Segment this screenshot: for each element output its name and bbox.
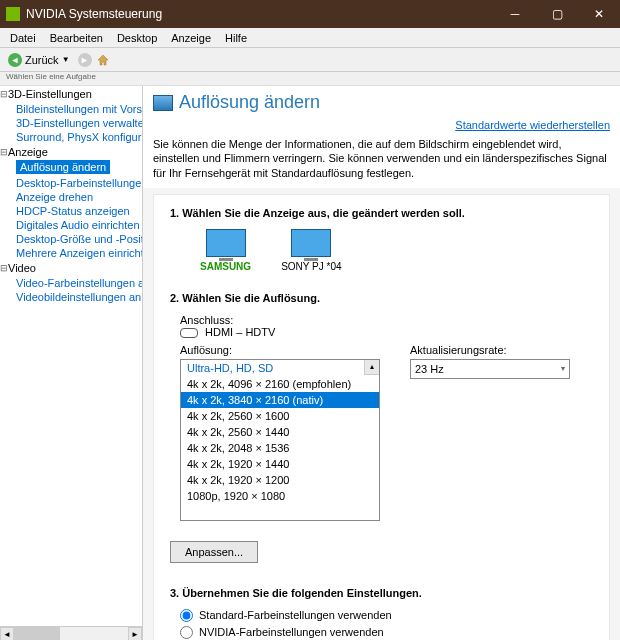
menu-file[interactable]: Datei: [4, 30, 42, 46]
resolution-option[interactable]: 4k x 2k, 1920 × 1440: [181, 456, 379, 472]
hdmi-icon: [180, 328, 198, 338]
resolution-option[interactable]: 4k x 2k, 4096 × 2160 (empfohlen): [181, 376, 379, 392]
nvidia-logo-icon: [6, 7, 20, 21]
restore-defaults-link[interactable]: Standardwerte wiederherstellen: [143, 117, 620, 133]
refresh-rate-value: 23 Hz: [415, 363, 444, 375]
resolution-option[interactable]: 4k x 2k, 2560 × 1600: [181, 408, 379, 424]
back-arrow-icon: ◄: [8, 53, 22, 67]
customize-button[interactable]: Anpassen...: [170, 541, 258, 563]
content-area: Auflösung ändern Standardwerte wiederher…: [143, 86, 620, 640]
tree-item[interactable]: Video-Farbeinstellungen anpassen: [0, 276, 142, 290]
refresh-rate-dropdown[interactable]: 23 Hz ▾: [410, 359, 570, 379]
menu-bar: Datei Bearbeiten Desktop Anzeige Hilfe: [0, 28, 620, 48]
tree-item[interactable]: Desktop-Farbeinstellungen anpassen: [0, 176, 142, 190]
resolution-option[interactable]: 1080p, 1920 × 1080: [181, 488, 379, 504]
radio-label: Standard-Farbeinstellungen verwenden: [199, 609, 392, 621]
tree-item[interactable]: Desktop-Größe und -Position anpassen: [0, 232, 142, 246]
tree-cat-video[interactable]: Video: [0, 260, 142, 276]
resolution-listbox[interactable]: ▴ Ultra-HD, HD, SD 4k x 2k, 4096 × 2160 …: [180, 359, 380, 521]
tree-item[interactable]: HDCP-Status anzeigen: [0, 204, 142, 218]
tree-item[interactable]: Videobildeinstellungen anpassen: [0, 290, 142, 304]
minimize-button[interactable]: ─: [494, 0, 536, 28]
task-label: Wählen Sie eine Aufgabe: [0, 72, 620, 86]
monitor-icon: [153, 95, 173, 111]
monitor-icon: [206, 229, 246, 257]
close-button[interactable]: ✕: [578, 0, 620, 28]
step2-label: 2. Wählen Sie die Auflösung.: [170, 292, 593, 304]
tree-item[interactable]: Anzeige drehen: [0, 190, 142, 204]
title-bar: NVIDIA Systemsteuerung ─ ▢ ✕: [0, 0, 620, 28]
tree-item[interactable]: Bildeinstellungen mit Vorschau anpassen: [0, 102, 142, 116]
sidebar-scrollbar[interactable]: ◄ ►: [0, 626, 142, 640]
chevron-down-icon: ▾: [561, 364, 565, 373]
connection-value: HDMI – HDTV: [205, 326, 275, 338]
resolution-label: Auflösung:: [180, 344, 380, 356]
display-samsung[interactable]: SAMSUNG: [200, 229, 251, 272]
resolution-option[interactable]: 4k x 2k, 2560 × 1440: [181, 424, 379, 440]
radio-input[interactable]: [180, 626, 193, 639]
home-icon[interactable]: [96, 53, 110, 67]
scroll-right-icon[interactable]: ►: [128, 627, 142, 640]
tree-item[interactable]: Digitales Audio einrichten: [0, 218, 142, 232]
forward-button[interactable]: ►: [78, 53, 92, 67]
resolution-option[interactable]: 4k x 2k, 2048 × 1536: [181, 440, 379, 456]
window-title: NVIDIA Systemsteuerung: [26, 7, 494, 21]
dropdown-arrow-icon: ▼: [62, 55, 70, 64]
tree-item[interactable]: Mehrere Anzeigen einrichten: [0, 246, 142, 260]
tree-item-selected[interactable]: Auflösung ändern: [16, 160, 110, 174]
radio-label: NVIDIA-Farbeinstellungen verwenden: [199, 626, 384, 638]
display-label: SONY PJ *04: [281, 261, 341, 272]
sidebar: 3D-Einstellungen Bildeinstellungen mit V…: [0, 86, 143, 640]
back-label: Zurück: [25, 54, 59, 66]
menu-desktop[interactable]: Desktop: [111, 30, 163, 46]
page-title: Auflösung ändern: [179, 92, 320, 113]
radio-default-color[interactable]: Standard-Farbeinstellungen verwenden: [180, 609, 593, 622]
connection-label: Anschluss:: [180, 314, 233, 326]
display-sony[interactable]: SONY PJ *04: [281, 229, 341, 272]
display-label: SAMSUNG: [200, 261, 251, 272]
resolution-option[interactable]: 4k x 2k, 1920 × 1200: [181, 472, 379, 488]
tree-cat-display[interactable]: Anzeige: [0, 144, 142, 160]
nav-bar: ◄ Zurück ▼ ►: [0, 48, 620, 72]
tree-cat-3d[interactable]: 3D-Einstellungen: [0, 86, 142, 102]
maximize-button[interactable]: ▢: [536, 0, 578, 28]
radio-nvidia-color[interactable]: NVIDIA-Farbeinstellungen verwenden: [180, 626, 593, 639]
refresh-rate-label: Aktualisierungsrate:: [410, 344, 570, 356]
monitor-icon: [291, 229, 331, 257]
resolution-group-header: Ultra-HD, HD, SD: [181, 360, 379, 376]
resolution-option-selected[interactable]: 4k x 2k, 3840 × 2160 (nativ): [181, 392, 379, 408]
back-button[interactable]: ◄ Zurück ▼: [4, 51, 74, 69]
scroll-up-icon[interactable]: ▴: [364, 360, 379, 375]
scroll-thumb[interactable]: [14, 627, 60, 640]
radio-input[interactable]: [180, 609, 193, 622]
menu-edit[interactable]: Bearbeiten: [44, 30, 109, 46]
menu-view[interactable]: Anzeige: [165, 30, 217, 46]
tree-item[interactable]: 3D-Einstellungen verwalten: [0, 116, 142, 130]
step3-label: 3. Übernehmen Sie die folgenden Einstell…: [170, 587, 593, 599]
menu-help[interactable]: Hilfe: [219, 30, 253, 46]
page-description: Sie können die Menge der Informationen, …: [143, 133, 620, 188]
tree-item[interactable]: Surround, PhysX konfigurieren: [0, 130, 142, 144]
settings-panel: 1. Wählen Sie die Anzeige aus, die geänd…: [153, 194, 610, 640]
step1-label: 1. Wählen Sie die Anzeige aus, die geänd…: [170, 207, 593, 219]
scroll-left-icon[interactable]: ◄: [0, 627, 14, 640]
